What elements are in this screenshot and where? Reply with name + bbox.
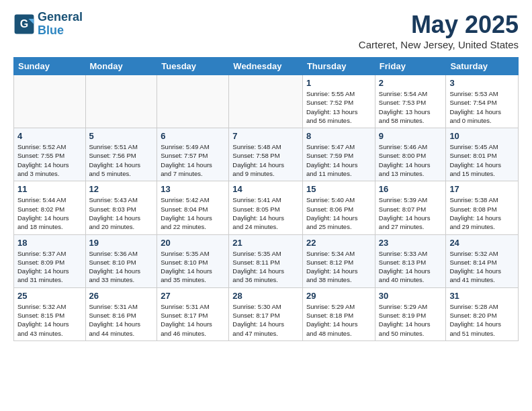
calendar-cell: 15Sunrise: 5:40 AMSunset: 8:06 PMDayligh…: [302, 181, 375, 234]
day-number: 15: [306, 184, 371, 194]
calendar-cell: 30Sunrise: 5:29 AMSunset: 8:19 PMDayligh…: [375, 287, 446, 340]
day-number: 7: [232, 131, 299, 141]
calendar-table: SundayMondayTuesdayWednesdayThursdayFrid…: [13, 57, 519, 341]
day-number: 31: [449, 291, 515, 301]
day-number: 22: [306, 238, 371, 248]
weekday-header: Tuesday: [157, 58, 229, 75]
day-info: Sunrise: 5:51 AMSunset: 7:56 PMDaylight:…: [89, 142, 154, 178]
day-number: 12: [89, 184, 154, 194]
day-info: Sunrise: 5:29 AMSunset: 8:18 PMDaylight:…: [306, 302, 371, 338]
calendar-cell: 25Sunrise: 5:32 AMSunset: 8:15 PMDayligh…: [14, 287, 86, 340]
calendar-cell: 19Sunrise: 5:36 AMSunset: 8:10 PMDayligh…: [85, 234, 157, 287]
weekday-header: Wednesday: [229, 58, 303, 75]
day-number: 20: [161, 238, 225, 248]
calendar-cell: 29Sunrise: 5:29 AMSunset: 8:18 PMDayligh…: [302, 287, 375, 340]
day-number: 23: [379, 238, 443, 248]
month-title: May 2025: [359, 11, 519, 39]
calendar-cell: 26Sunrise: 5:31 AMSunset: 8:16 PMDayligh…: [85, 287, 157, 340]
calendar-cell: 17Sunrise: 5:38 AMSunset: 8:08 PMDayligh…: [446, 181, 519, 234]
calendar-cell: 1Sunrise: 5:55 AMSunset: 7:52 PMDaylight…: [302, 75, 375, 128]
day-info: Sunrise: 5:44 AMSunset: 8:02 PMDaylight:…: [17, 195, 82, 231]
page: G General Blue May 2025 Carteret, New Je…: [0, 0, 532, 352]
calendar-week-row: 11Sunrise: 5:44 AMSunset: 8:02 PMDayligh…: [14, 181, 519, 234]
calendar-cell: 8Sunrise: 5:47 AMSunset: 7:59 PMDaylight…: [302, 128, 375, 181]
day-number: 24: [449, 238, 515, 248]
calendar-cell: 28Sunrise: 5:30 AMSunset: 8:17 PMDayligh…: [229, 287, 303, 340]
day-info: Sunrise: 5:43 AMSunset: 8:03 PMDaylight:…: [89, 195, 154, 231]
day-number: 18: [17, 238, 82, 248]
calendar-cell: 5Sunrise: 5:51 AMSunset: 7:56 PMDaylight…: [85, 128, 157, 181]
logo-line2: Blue: [38, 24, 83, 38]
day-info: Sunrise: 5:53 AMSunset: 7:54 PMDaylight:…: [449, 89, 515, 125]
calendar-cell: 6Sunrise: 5:49 AMSunset: 7:57 PMDaylight…: [157, 128, 229, 181]
weekday-header: Monday: [85, 58, 157, 75]
calendar-cell: 16Sunrise: 5:39 AMSunset: 8:07 PMDayligh…: [375, 181, 446, 234]
day-info: Sunrise: 5:32 AMSunset: 8:14 PMDaylight:…: [449, 249, 515, 285]
calendar-cell: 10Sunrise: 5:45 AMSunset: 8:01 PMDayligh…: [446, 128, 519, 181]
weekday-header: Thursday: [302, 58, 375, 75]
day-number: 2: [379, 78, 443, 88]
day-number: 14: [232, 184, 299, 194]
calendar-cell: [14, 75, 86, 128]
day-number: 4: [17, 131, 82, 141]
logo-icon: G: [13, 13, 35, 35]
day-number: 13: [161, 184, 225, 194]
day-info: Sunrise: 5:54 AMSunset: 7:53 PMDaylight:…: [379, 89, 443, 125]
day-info: Sunrise: 5:35 AMSunset: 8:11 PMDaylight:…: [232, 249, 299, 285]
day-info: Sunrise: 5:30 AMSunset: 8:17 PMDaylight:…: [232, 302, 299, 338]
day-info: Sunrise: 5:35 AMSunset: 8:10 PMDaylight:…: [161, 249, 225, 285]
day-number: 19: [89, 238, 154, 248]
day-number: 3: [449, 78, 515, 88]
day-info: Sunrise: 5:31 AMSunset: 8:16 PMDaylight:…: [89, 302, 154, 338]
calendar-cell: 18Sunrise: 5:37 AMSunset: 8:09 PMDayligh…: [14, 234, 86, 287]
day-info: Sunrise: 5:41 AMSunset: 8:05 PMDaylight:…: [232, 195, 299, 231]
day-info: Sunrise: 5:45 AMSunset: 8:01 PMDaylight:…: [449, 142, 515, 178]
calendar-cell: 11Sunrise: 5:44 AMSunset: 8:02 PMDayligh…: [14, 181, 86, 234]
calendar-cell: 12Sunrise: 5:43 AMSunset: 8:03 PMDayligh…: [85, 181, 157, 234]
calendar-cell: 22Sunrise: 5:34 AMSunset: 8:12 PMDayligh…: [302, 234, 375, 287]
day-info: Sunrise: 5:37 AMSunset: 8:09 PMDaylight:…: [17, 249, 82, 285]
logo-line1: General: [38, 11, 83, 24]
logo-text: General Blue: [38, 11, 83, 38]
calendar-week-row: 1Sunrise: 5:55 AMSunset: 7:52 PMDaylight…: [14, 75, 519, 128]
day-info: Sunrise: 5:28 AMSunset: 8:20 PMDaylight:…: [449, 302, 515, 338]
day-info: Sunrise: 5:38 AMSunset: 8:08 PMDaylight:…: [449, 195, 515, 231]
day-info: Sunrise: 5:55 AMSunset: 7:52 PMDaylight:…: [306, 89, 371, 125]
calendar-cell: [157, 75, 229, 128]
calendar-cell: 14Sunrise: 5:41 AMSunset: 8:05 PMDayligh…: [229, 181, 303, 234]
calendar-cell: 27Sunrise: 5:31 AMSunset: 8:17 PMDayligh…: [157, 287, 229, 340]
calendar-header-row: SundayMondayTuesdayWednesdayThursdayFrid…: [14, 58, 519, 75]
calendar-cell: 21Sunrise: 5:35 AMSunset: 8:11 PMDayligh…: [229, 234, 303, 287]
calendar-week-row: 18Sunrise: 5:37 AMSunset: 8:09 PMDayligh…: [14, 234, 519, 287]
day-number: 5: [89, 131, 154, 141]
day-number: 16: [379, 184, 443, 194]
day-info: Sunrise: 5:52 AMSunset: 7:55 PMDaylight:…: [17, 142, 82, 178]
day-info: Sunrise: 5:31 AMSunset: 8:17 PMDaylight:…: [161, 302, 225, 338]
day-info: Sunrise: 5:42 AMSunset: 8:04 PMDaylight:…: [161, 195, 225, 231]
weekday-header: Friday: [375, 58, 446, 75]
weekday-header: Saturday: [446, 58, 519, 75]
title-block: May 2025 Carteret, New Jersey, United St…: [359, 11, 519, 50]
day-info: Sunrise: 5:29 AMSunset: 8:19 PMDaylight:…: [379, 302, 443, 338]
calendar-cell: [229, 75, 303, 128]
day-info: Sunrise: 5:32 AMSunset: 8:15 PMDaylight:…: [17, 302, 82, 338]
day-number: 10: [449, 131, 515, 141]
weekday-header: Sunday: [14, 58, 86, 75]
svg-text:G: G: [20, 18, 28, 30]
calendar-cell: 4Sunrise: 5:52 AMSunset: 7:55 PMDaylight…: [14, 128, 86, 181]
day-number: 29: [306, 291, 371, 301]
day-number: 1: [306, 78, 371, 88]
day-number: 30: [379, 291, 443, 301]
day-number: 27: [161, 291, 225, 301]
calendar-cell: [85, 75, 157, 128]
day-info: Sunrise: 5:48 AMSunset: 7:58 PMDaylight:…: [232, 142, 299, 178]
day-number: 21: [232, 238, 299, 248]
day-info: Sunrise: 5:39 AMSunset: 8:07 PMDaylight:…: [379, 195, 443, 231]
calendar-cell: 9Sunrise: 5:46 AMSunset: 8:00 PMDaylight…: [375, 128, 446, 181]
calendar-cell: 13Sunrise: 5:42 AMSunset: 8:04 PMDayligh…: [157, 181, 229, 234]
calendar-week-row: 25Sunrise: 5:32 AMSunset: 8:15 PMDayligh…: [14, 287, 519, 340]
calendar-cell: 23Sunrise: 5:33 AMSunset: 8:13 PMDayligh…: [375, 234, 446, 287]
day-info: Sunrise: 5:34 AMSunset: 8:12 PMDaylight:…: [306, 249, 371, 285]
day-info: Sunrise: 5:40 AMSunset: 8:06 PMDaylight:…: [306, 195, 371, 231]
calendar-cell: 7Sunrise: 5:48 AMSunset: 7:58 PMDaylight…: [229, 128, 303, 181]
